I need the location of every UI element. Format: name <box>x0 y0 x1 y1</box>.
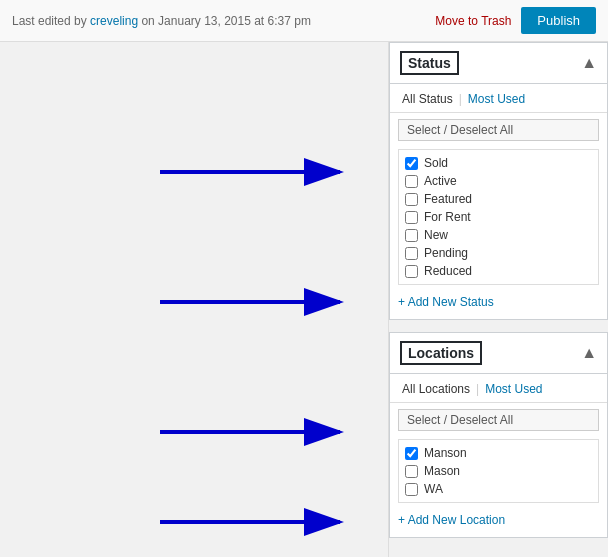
locations-tab-most-used[interactable]: Most Used <box>481 380 546 398</box>
status-for-rent-label: For Rent <box>424 210 471 224</box>
locations-panel-title: Locations <box>400 341 482 365</box>
status-pending-checkbox[interactable] <box>405 247 418 260</box>
sidebar: Status ▲ All Status | Most Used Select /… <box>388 42 608 557</box>
locations-panel-body: Select / Deselect All Manson Mason WA <box>390 403 607 537</box>
status-reduced-checkbox[interactable] <box>405 265 418 278</box>
locations-panel-toggle[interactable]: ▲ <box>581 344 597 362</box>
list-item[interactable]: New <box>405 226 592 244</box>
list-item[interactable]: Sold <box>405 154 592 172</box>
list-item[interactable]: Featured <box>405 190 592 208</box>
status-tab-most-used[interactable]: Most Used <box>464 90 529 108</box>
status-checkbox-list: Sold Active Featured For Rent <box>398 149 599 285</box>
list-item[interactable]: For Rent <box>405 208 592 226</box>
add-new-status-link[interactable]: + Add New Status <box>398 291 599 313</box>
list-item[interactable]: Pending <box>405 244 592 262</box>
editor-area <box>0 42 388 557</box>
status-tab-all[interactable]: All Status <box>398 90 457 108</box>
status-panel-toggle[interactable]: ▲ <box>581 54 597 72</box>
status-panel: Status ▲ All Status | Most Used Select /… <box>389 42 608 320</box>
list-item[interactable]: Manson <box>405 444 592 462</box>
status-for-rent-checkbox[interactable] <box>405 211 418 224</box>
status-new-label: New <box>424 228 448 242</box>
status-panel-body: Select / Deselect All Sold Active Featur… <box>390 113 607 319</box>
status-panel-header: Status ▲ <box>390 43 607 84</box>
status-panel-tabs: All Status | Most Used <box>390 84 607 113</box>
last-edited-text: Last edited by creveling on January 13, … <box>12 14 311 28</box>
list-item[interactable]: Active <box>405 172 592 190</box>
top-bar-actions: Move to Trash Publish <box>435 7 596 34</box>
locations-checkbox-list: Manson Mason WA <box>398 439 599 503</box>
location-manson-label: Manson <box>424 446 467 460</box>
status-new-checkbox[interactable] <box>405 229 418 242</box>
locations-panel: Locations ▲ All Locations | Most Used Se… <box>389 332 608 538</box>
status-panel-title: Status <box>400 51 459 75</box>
status-reduced-label: Reduced <box>424 264 472 278</box>
location-wa-label: WA <box>424 482 443 496</box>
list-item[interactable]: WA <box>405 480 592 498</box>
status-featured-checkbox[interactable] <box>405 193 418 206</box>
status-pending-label: Pending <box>424 246 468 260</box>
status-featured-label: Featured <box>424 192 472 206</box>
status-sold-label: Sold <box>424 156 448 170</box>
author-link[interactable]: creveling <box>90 14 138 28</box>
locations-tab-all[interactable]: All Locations <box>398 380 474 398</box>
publish-button[interactable]: Publish <box>521 7 596 34</box>
main-content: Status ▲ All Status | Most Used Select /… <box>0 42 608 557</box>
move-to-trash-link[interactable]: Move to Trash <box>435 14 511 28</box>
annotation-arrows <box>0 42 388 557</box>
add-new-location-link[interactable]: + Add New Location <box>398 509 599 531</box>
locations-panel-tabs: All Locations | Most Used <box>390 374 607 403</box>
list-item[interactable]: Mason <box>405 462 592 480</box>
location-wa-checkbox[interactable] <box>405 483 418 496</box>
list-item[interactable]: Reduced <box>405 262 592 280</box>
status-select-deselect-button[interactable]: Select / Deselect All <box>398 119 599 141</box>
location-manson-checkbox[interactable] <box>405 447 418 460</box>
top-bar: Last edited by creveling on January 13, … <box>0 0 608 42</box>
location-mason-label: Mason <box>424 464 460 478</box>
status-active-label: Active <box>424 174 457 188</box>
locations-panel-header: Locations ▲ <box>390 333 607 374</box>
status-active-checkbox[interactable] <box>405 175 418 188</box>
location-mason-checkbox[interactable] <box>405 465 418 478</box>
status-sold-checkbox[interactable] <box>405 157 418 170</box>
locations-select-deselect-button[interactable]: Select / Deselect All <box>398 409 599 431</box>
